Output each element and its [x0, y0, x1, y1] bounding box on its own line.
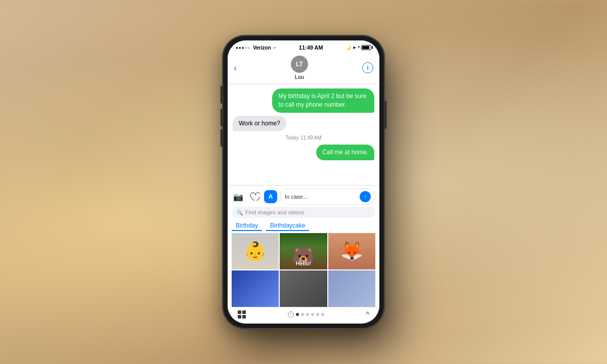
gif-cell-3[interactable]: 🦊 — [328, 233, 375, 269]
grid-button[interactable] — [238, 310, 246, 318]
contact-name: Lou — [295, 74, 304, 80]
battery-icon — [361, 45, 371, 50]
dot-inactive — [311, 313, 314, 316]
avatar: LT — [291, 56, 308, 73]
dot-inactive — [316, 313, 319, 316]
back-chevron-icon: ‹ — [234, 63, 237, 73]
appstore-icon: A — [269, 193, 273, 200]
dot-active — [296, 313, 299, 316]
contact-info[interactable]: LT Lou — [291, 56, 308, 80]
message-bubble-sent-2: Call me at home. — [316, 145, 374, 160]
send-button[interactable]: ↑ — [360, 191, 371, 202]
suggestion-pills: Birthday Birthdaycake — [232, 219, 375, 233]
carrier-label: Verizon — [253, 45, 271, 51]
wifi-icon: ⌐ — [274, 45, 276, 50]
gif-shimmer — [232, 270, 279, 307]
bottom-toolbar: ^ — [232, 307, 375, 321]
phone-screen: ●●●○○ Verizon ⌐ 11:49 AM 🌙 ➤ * ‹ — [228, 40, 379, 324]
status-left: ●●●○○ Verizon ⌐ — [236, 45, 276, 51]
navigation-bar: ‹ LT Lou i — [228, 53, 379, 84]
message-input-text[interactable]: In case... — [285, 194, 358, 200]
gif-light — [328, 270, 375, 307]
message-text: Work or home? — [239, 120, 280, 127]
info-icon: i — [367, 65, 368, 71]
gif-baby: 👶 — [232, 233, 279, 269]
status-right: 🌙 ➤ * — [345, 45, 371, 50]
signal-icon: ●●●○○ — [236, 46, 250, 50]
search-icon: 🔍 — [237, 210, 243, 215]
location-icon: ➤ — [353, 46, 356, 50]
input-row: 📷 A In case... ↑ — [232, 189, 375, 205]
message-bubble-received-1: Work or home? — [233, 116, 286, 131]
baby-emoji: 👶 — [244, 241, 267, 262]
grid-dot — [238, 315, 241, 318]
info-button[interactable]: i — [362, 62, 373, 73]
gif-cell-5[interactable] — [280, 270, 327, 307]
dot-inactive — [301, 313, 304, 316]
gif-cell-6[interactable] — [328, 270, 375, 307]
dot-inactive — [321, 313, 324, 316]
moon-icon: 🌙 — [345, 45, 351, 50]
grid-dot — [238, 310, 241, 314]
phone-mockup: ●●●○○ Verizon ⌐ 11:49 AM 🌙 ➤ * ‹ — [223, 35, 384, 329]
collapse-button[interactable]: ^ — [366, 310, 369, 318]
fox-emoji: 🦊 — [340, 241, 363, 262]
gif-hello-label: Hello! — [296, 260, 312, 266]
status-bar: ●●●○○ Verizon ⌐ 11:49 AM 🌙 ➤ * — [228, 40, 379, 53]
messages-area: My birthday is April 2 but be sure to ca… — [228, 84, 379, 185]
back-button[interactable]: ‹ — [234, 63, 237, 73]
input-area: 📷 A In case... ↑ — [228, 185, 379, 324]
gif-search-placeholder: Find images and videos — [245, 209, 304, 215]
message-text: My birthday is April 2 but be sure to ca… — [278, 93, 366, 108]
grid-dot — [242, 315, 246, 318]
suggestion-pill-birthdaycake[interactable]: Birthdaycake — [266, 221, 309, 231]
gif-grid: 👶 🐻 Hello! 🦊 — [232, 233, 375, 307]
clock-icon — [288, 311, 294, 317]
bluetooth-icon: * — [358, 45, 360, 50]
camera-button[interactable]: 📷 — [232, 190, 245, 203]
dot-inactive — [306, 313, 309, 316]
heart-button[interactable] — [248, 190, 261, 203]
suggestion-pill-birthday[interactable]: Birthday — [232, 221, 262, 231]
appstore-button[interactable]: A — [264, 190, 277, 203]
gif-cell-1[interactable]: 👶 — [232, 233, 279, 269]
avatar-initials: LT — [296, 61, 303, 68]
heart-icon — [249, 192, 260, 202]
gif-dark — [280, 270, 327, 307]
message-bubble-sent-1: My birthday is April 2 but be sure to ca… — [272, 88, 374, 113]
gif-search-bar[interactable]: 🔍 Find images and videos — [232, 207, 375, 218]
time-display: 11:49 AM — [299, 44, 323, 51]
phone-body: ●●●○○ Verizon ⌐ 11:49 AM 🌙 ➤ * ‹ — [223, 35, 384, 329]
page-dots — [288, 311, 324, 317]
send-icon: ↑ — [364, 193, 367, 200]
gif-cell-2[interactable]: 🐻 Hello! — [280, 233, 327, 269]
gif-cell-4[interactable] — [232, 270, 279, 307]
grid-dot — [242, 310, 246, 314]
gif-fox: 🦊 — [328, 233, 375, 269]
timestamp: Today 11:49 AM — [233, 135, 374, 141]
message-text: Call me at home. — [322, 149, 368, 156]
message-input[interactable]: In case... ↑ — [280, 189, 375, 205]
camera-icon: 📷 — [233, 192, 243, 202]
